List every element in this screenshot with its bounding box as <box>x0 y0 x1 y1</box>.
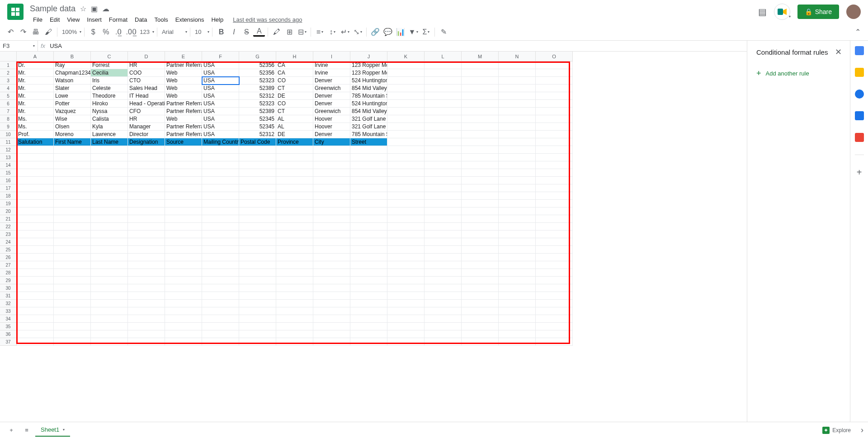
cell[interactable]: USA <box>202 115 239 123</box>
cell[interactable] <box>202 330 239 338</box>
cell[interactable] <box>499 184 536 192</box>
cell[interactable]: HR <box>128 61 165 69</box>
cell[interactable] <box>165 315 202 323</box>
menu-tools[interactable]: Tools <box>151 15 171 24</box>
cell[interactable] <box>425 169 462 177</box>
cell[interactable] <box>462 192 499 200</box>
cell[interactable]: Mailing Country <box>202 138 239 146</box>
cell[interactable] <box>202 169 239 177</box>
row-header[interactable]: 12 <box>0 146 17 154</box>
cell[interactable] <box>239 215 276 223</box>
cell[interactable] <box>165 215 202 223</box>
cell[interactable] <box>54 284 91 292</box>
cell[interactable] <box>17 261 54 269</box>
cell[interactable] <box>276 261 313 269</box>
cell[interactable] <box>202 269 239 277</box>
cell[interactable] <box>239 161 276 169</box>
cell[interactable] <box>425 284 462 292</box>
cell[interactable] <box>499 338 536 346</box>
cell[interactable] <box>91 223 128 231</box>
cell[interactable] <box>91 238 128 246</box>
cell[interactable] <box>128 238 165 246</box>
cell[interactable] <box>350 338 387 346</box>
cell[interactable] <box>387 108 425 115</box>
cell[interactable] <box>350 154 387 161</box>
cell[interactable] <box>239 261 276 269</box>
cell[interactable] <box>91 284 128 292</box>
cell[interactable] <box>499 85 536 92</box>
cell[interactable] <box>462 69 499 77</box>
cell[interactable] <box>462 338 499 346</box>
cell[interactable] <box>54 177 91 184</box>
cell[interactable]: Hiroko <box>91 100 128 108</box>
cell[interactable] <box>128 338 165 346</box>
cell[interactable] <box>165 146 202 154</box>
cell[interactable] <box>499 292 536 300</box>
cell[interactable] <box>165 330 202 338</box>
cell[interactable] <box>276 277 313 284</box>
cell[interactable] <box>425 92 462 100</box>
cell[interactable] <box>387 315 425 323</box>
cell[interactable]: Street <box>350 138 387 146</box>
cell[interactable]: Partner Referral <box>165 108 202 115</box>
cell[interactable] <box>128 184 165 192</box>
cell[interactable] <box>313 223 350 231</box>
cell[interactable] <box>387 330 425 338</box>
increase-decimal-icon[interactable]: .00̲ <box>125 26 137 38</box>
cell[interactable] <box>536 61 573 69</box>
cell[interactable] <box>17 169 54 177</box>
cell[interactable] <box>462 100 499 108</box>
row-header[interactable]: 20 <box>0 207 17 215</box>
cell[interactable] <box>350 223 387 231</box>
cell[interactable] <box>350 315 387 323</box>
cell[interactable]: Designation <box>128 138 165 146</box>
cell[interactable] <box>17 338 54 346</box>
cell[interactable] <box>165 277 202 284</box>
cell[interactable] <box>313 169 350 177</box>
cell[interactable] <box>128 292 165 300</box>
cell[interactable] <box>128 254 165 261</box>
cell[interactable]: CT <box>276 85 313 92</box>
cell[interactable]: AL <box>276 123 313 131</box>
cell[interactable] <box>499 300 536 307</box>
cell[interactable] <box>425 231 462 238</box>
cell[interactable] <box>313 284 350 292</box>
cell[interactable]: CO <box>276 100 313 108</box>
cell[interactable] <box>462 92 499 100</box>
cell[interactable]: CA <box>276 69 313 77</box>
cell[interactable] <box>128 154 165 161</box>
cell[interactable] <box>499 69 536 77</box>
cell[interactable] <box>350 323 387 330</box>
cell[interactable] <box>462 108 499 115</box>
cell[interactable] <box>17 307 54 315</box>
doc-title[interactable]: Sample data <box>30 4 75 14</box>
cell[interactable] <box>536 231 573 238</box>
cell[interactable]: Denver <box>313 92 350 100</box>
cell[interactable] <box>91 177 128 184</box>
cell[interactable] <box>313 246 350 254</box>
cell[interactable] <box>91 330 128 338</box>
column-header[interactable]: E <box>165 52 202 61</box>
cell[interactable]: DE <box>276 92 313 100</box>
cell[interactable] <box>425 269 462 277</box>
cell[interactable] <box>54 315 91 323</box>
column-header[interactable]: G <box>239 52 276 61</box>
cell[interactable] <box>276 169 313 177</box>
cell[interactable]: Vazquez <box>54 108 91 115</box>
row-header[interactable]: 3 <box>0 77 17 85</box>
cell[interactable] <box>202 307 239 315</box>
cell[interactable]: 52312 <box>239 131 276 138</box>
row-header[interactable]: 18 <box>0 192 17 200</box>
cell[interactable]: Web <box>165 85 202 92</box>
cell[interactable] <box>536 108 573 115</box>
cell[interactable] <box>387 238 425 246</box>
calendar-icon[interactable] <box>855 46 864 55</box>
cell[interactable] <box>17 238 54 246</box>
cell[interactable] <box>462 131 499 138</box>
cell[interactable] <box>425 338 462 346</box>
cell[interactable]: 123 Ropper Montain <box>350 61 387 69</box>
cell[interactable]: 321 Golf Lane <box>350 123 387 131</box>
cell[interactable]: USA <box>202 100 239 108</box>
cell[interactable] <box>128 307 165 315</box>
cell[interactable] <box>425 131 462 138</box>
